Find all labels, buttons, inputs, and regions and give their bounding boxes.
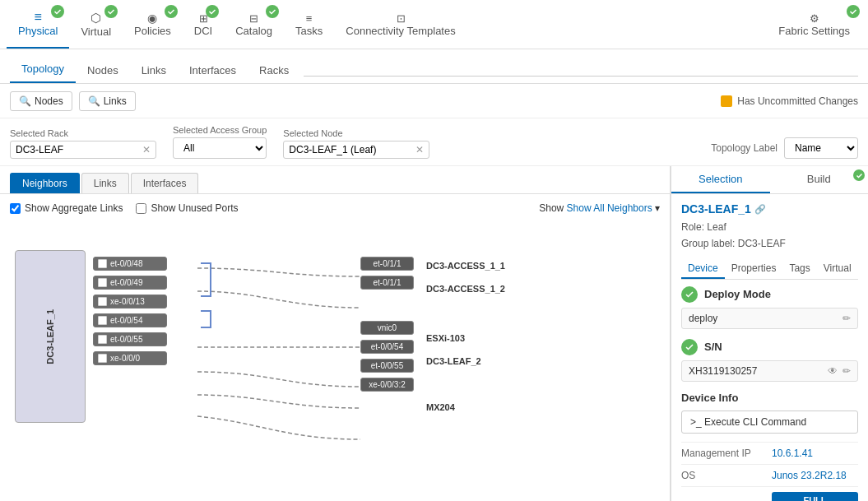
device-tab-tags[interactable]: Tags [782, 259, 816, 279]
nav-catalog[interactable]: ⊟ Catalog [224, 0, 284, 49]
nav-dci-label: DCI [194, 25, 212, 37]
device-meta-info: Role: Leaf Group label: DC3-LEAF [681, 219, 858, 253]
neighbor-tab-neighbors[interactable]: Neighbors [10, 173, 80, 193]
catalog-icon: ⊟ [249, 12, 258, 25]
nav-virtual[interactable]: ⬡ Virtual [69, 0, 123, 49]
center-node-box: DC3-LEAF_1 [15, 250, 86, 423]
search-nodes-button[interactable]: 🔍 Nodes [10, 91, 72, 111]
neighbor-esxi-103[interactable]: ESXi-103 [426, 329, 505, 347]
neighbor-dc3-access-1-1[interactable]: DC3-ACCESS_1_1 [426, 257, 505, 275]
nav-dci[interactable]: ⊞ DCI [183, 0, 224, 49]
selected-rack-filter: Selected Rack ✕ [10, 128, 156, 159]
search-icon: 🔍 [19, 95, 31, 107]
nav-catalog-label: Catalog [235, 25, 272, 37]
neighbor-dc3-leaf-2-b: DC3-LEAF_2 [426, 375, 505, 393]
port-et-0-0-54[interactable]: et-0/0/54 [93, 313, 167, 327]
uncommitted-icon [721, 95, 732, 107]
os-value: Junos 23.2R2.18 [772, 470, 847, 481]
port-xe-0-0-13[interactable]: xe-0/0/13 [93, 295, 167, 308]
nav-fabric-label: Fabric Settings [778, 25, 850, 37]
deploy-edit-icon[interactable]: ✏ [842, 313, 851, 324]
uncommitted-changes: Has Uncommitted Changes [721, 95, 858, 107]
device-tab-properties[interactable]: Properties [725, 259, 783, 279]
tab-topology[interactable]: Topology [10, 56, 76, 83]
os-label: OS [681, 470, 772, 481]
nav-tasks-label: Tasks [295, 25, 323, 37]
rport-et-0-1-1-a[interactable]: et-0/1/1 [360, 257, 414, 271]
nav-physical-label: Physical [18, 25, 58, 37]
sn-edit-icon[interactable]: ✏ [842, 365, 851, 377]
topology-label-text: Topology Label [711, 142, 777, 154]
deploy-mode-value: deploy [689, 313, 717, 324]
mgmt-ip-value[interactable]: 10.6.1.41 [772, 448, 813, 459]
nav-tasks[interactable]: ≡ Tasks [284, 0, 334, 49]
nav-policies[interactable]: ◉ Policies [123, 0, 183, 49]
deploy-mode-title: Deploy Mode [704, 288, 771, 300]
selected-access-label: Selected Access Group [173, 125, 267, 135]
rport-vnic0[interactable]: vnic0 [360, 321, 414, 335]
nav-fabric[interactable]: ⚙ Fabric Settings [767, 0, 861, 49]
selected-node-label: Selected Node [283, 128, 429, 138]
show-unused-checkbox[interactable]: Show Unused Ports [136, 202, 238, 214]
policies-icon: ◉ [147, 12, 157, 25]
physical-icon: ≡ [35, 10, 42, 25]
node-clear-icon[interactable]: ✕ [415, 144, 424, 155]
topology-label-filter: Topology Label Name [711, 137, 858, 159]
port-xe-0-0-0[interactable]: xe-0/0/0 [93, 351, 167, 365]
neighbor-mx204[interactable]: MX204 [426, 398, 505, 416]
rport-et-0-0-55[interactable]: et-0/0/55 [360, 359, 414, 373]
selected-rack-label: Selected Rack [10, 128, 156, 138]
mgmt-ip-label: Management IP [681, 448, 772, 459]
sn-title: S/N [704, 341, 722, 353]
execute-cli-button[interactable]: >_ Execute CLI Command [681, 411, 858, 434]
rport-et-0-0-54[interactable]: et-0/0/54 [360, 340, 414, 354]
sn-eye-icon[interactable]: 👁 [828, 365, 838, 377]
device-name-title[interactable]: DC3-LEAF_1 [681, 202, 751, 216]
topology-label-select[interactable]: Name [784, 137, 858, 159]
nav-connectivity[interactable]: ⊡ Connectivity Templates [334, 0, 466, 49]
neighbor-dc3-access-1-2[interactable]: DC3-ACCESS_1_2 [426, 280, 505, 298]
tab-racks[interactable]: Racks [248, 58, 300, 83]
device-info-title: Device Info [681, 392, 858, 404]
center-node-label: DC3-LEAF_1 [45, 309, 55, 364]
selected-access-filter: Selected Access Group All [173, 125, 267, 159]
device-tab-virtual[interactable]: Virtual [817, 259, 858, 279]
right-tab-build[interactable]: Build [770, 166, 869, 193]
tab-interfaces[interactable]: Interfaces [178, 58, 248, 83]
right-tab-selection[interactable]: Selection [671, 166, 770, 193]
neighbor-dc3-leaf-2-a[interactable]: DC3-LEAF_2 [426, 352, 505, 370]
selected-rack-input[interactable] [16, 144, 139, 155]
port-et-0-0-49[interactable]: et-0/0/49 [93, 276, 167, 290]
nav-virtual-label: Virtual [81, 26, 111, 38]
tab-nodes[interactable]: Nodes [76, 58, 130, 83]
tab-links[interactable]: Links [130, 58, 178, 83]
selected-node-filter: Selected Node ✕ [283, 128, 429, 159]
port-et-0-0-55[interactable]: et-0/0/55 [93, 332, 167, 346]
nav-physical[interactable]: ≡ Physical [7, 0, 69, 49]
search-links-button[interactable]: 🔍 Links [79, 91, 136, 111]
neighbor-tab-links[interactable]: Links [81, 173, 129, 193]
connectivity-icon: ⊡ [397, 12, 406, 25]
rport-xe-0-0-3-2[interactable]: xe-0/0/3:2 [360, 378, 414, 392]
external-link-icon[interactable]: 🔗 [754, 204, 766, 215]
tasks-icon: ≡ [306, 12, 313, 25]
nav-connectivity-label: Connectivity Templates [346, 25, 455, 37]
rack-clear-icon[interactable]: ✕ [142, 144, 151, 155]
sn-value: XH3119130257 [689, 365, 757, 377]
selected-node-input[interactable] [289, 144, 412, 155]
selected-access-select[interactable]: All [173, 137, 267, 159]
full-control-button[interactable]: FULL CONTROL [772, 492, 858, 501]
nav-policies-label: Policies [134, 25, 171, 37]
port-et-0-0-48[interactable]: et-0/0/48 [93, 257, 167, 271]
show-aggregate-checkbox[interactable]: Show Aggregate Links [10, 202, 123, 214]
fabric-icon: ⚙ [810, 12, 819, 25]
rport-et-0-1-1-b[interactable]: et-0/1/1 [360, 276, 414, 290]
search-links-icon: 🔍 [88, 95, 100, 107]
device-tab-device[interactable]: Device [681, 259, 725, 279]
neighbor-tab-interfaces[interactable]: Interfaces [131, 173, 199, 193]
show-all-neighbors-button[interactable]: Show Show All Neighbors ▾ [539, 202, 660, 214]
virtual-icon: ⬡ [91, 11, 101, 26]
